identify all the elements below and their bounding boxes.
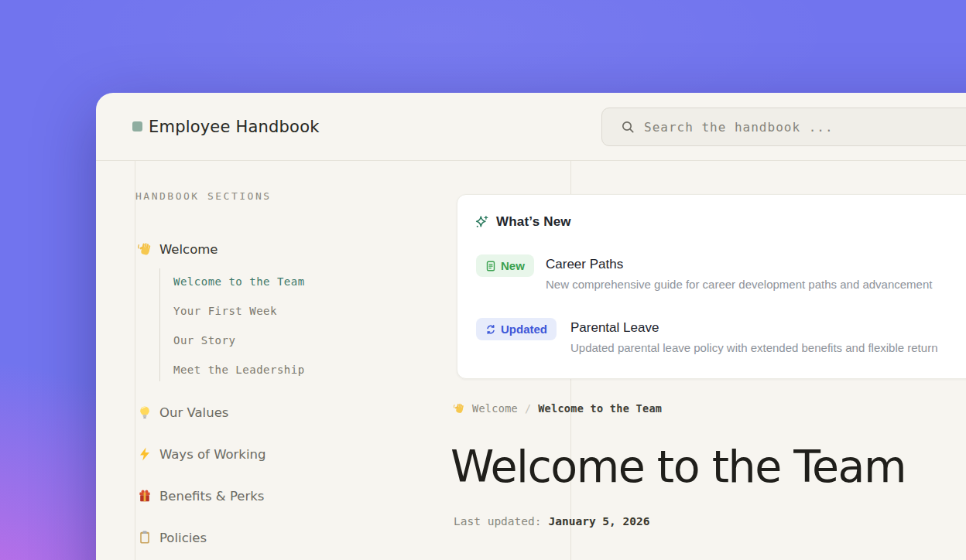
subnav-item-welcome-to-the-team[interactable]: Welcome to the Team <box>173 275 305 288</box>
document-icon <box>485 261 496 271</box>
search-input[interactable] <box>644 120 966 135</box>
zap-icon <box>137 446 152 462</box>
badge-label: New <box>501 259 525 272</box>
entry-text: Career Paths New comprehensive guide for… <box>546 257 932 291</box>
updated-badge: Updated <box>476 318 557 340</box>
last-updated-label: Last updated: <box>454 515 542 528</box>
wave-icon <box>137 241 152 257</box>
sidebar-item-our-values[interactable]: Our Values <box>137 404 228 421</box>
sidebar-item-benefits-perks[interactable]: Benefits & Perks <box>137 487 264 504</box>
subnav-item-our-story[interactable]: Our Story <box>173 334 235 347</box>
sidebar-item-ways-of-working[interactable]: Ways of Working <box>137 446 265 463</box>
sidebar-item-label: Benefits & Perks <box>159 489 264 504</box>
whats-new-card: What’s New New Career Paths New comprehe… <box>457 194 966 379</box>
whats-new-title: What’s New <box>496 214 571 230</box>
clipboard-icon <box>137 530 152 545</box>
sidebar-item-label: Welcome <box>159 242 218 257</box>
sidebar-item-label: Our Values <box>159 405 228 420</box>
subnav-item-your-first-week[interactable]: Your First Week <box>173 305 277 317</box>
lightbulb-icon <box>137 405 152 420</box>
search-icon <box>620 119 635 135</box>
wave-icon <box>453 402 465 415</box>
breadcrumb-separator: / <box>525 402 531 415</box>
sidebar-section-label: HANDBOOK SECTIONS <box>135 190 272 202</box>
entry-title[interactable]: Parental Leave <box>570 320 937 336</box>
breadcrumb-section[interactable]: Welcome <box>472 402 518 415</box>
brand-square-icon <box>132 121 142 131</box>
app-window: Employee Handbook HANDBOOK SECTIONS <box>96 93 966 560</box>
desktop: { "app": { "title": "Employee Handbook",… <box>0 0 966 560</box>
brand[interactable]: Employee Handbook <box>132 93 320 160</box>
subnav-item-meet-the-leadership[interactable]: Meet the Leadership <box>173 364 305 376</box>
last-updated: Last updated: January 5, 2026 <box>454 515 649 528</box>
app-title: Employee Handbook <box>149 118 320 136</box>
sparkles-icon <box>474 214 489 230</box>
sidebar-item-welcome[interactable]: Welcome <box>137 241 218 258</box>
entry-text: Parental Leave Updated parental leave po… <box>570 320 937 354</box>
search-box[interactable] <box>601 108 966 146</box>
entry-title[interactable]: Career Paths <box>546 257 932 272</box>
breadcrumb: Welcome / Welcome to the Team <box>453 402 662 415</box>
new-badge: New <box>476 254 534 277</box>
page-title: Welcome to the Team <box>450 441 906 492</box>
badge-label: Updated <box>501 323 547 336</box>
refresh-icon <box>485 324 496 335</box>
app-header: Employee Handbook <box>96 93 966 161</box>
sidebar-item-label: Policies <box>159 531 207 545</box>
breadcrumb-current-page: Welcome to the Team <box>538 402 662 415</box>
subnav-rule <box>159 268 160 381</box>
whats-new-header: What’s New <box>474 214 571 230</box>
entry-description: Updated parental leave policy with exten… <box>570 341 937 354</box>
sidebar-item-policies[interactable]: Policies <box>137 529 207 546</box>
gift-icon <box>137 488 152 504</box>
sidebar-item-label: Ways of Working <box>159 447 265 462</box>
last-updated-value: January 5, 2026 <box>549 515 650 528</box>
sidebar-left-rule <box>135 161 135 560</box>
entry-description: New comprehensive guide for career devel… <box>546 278 932 291</box>
